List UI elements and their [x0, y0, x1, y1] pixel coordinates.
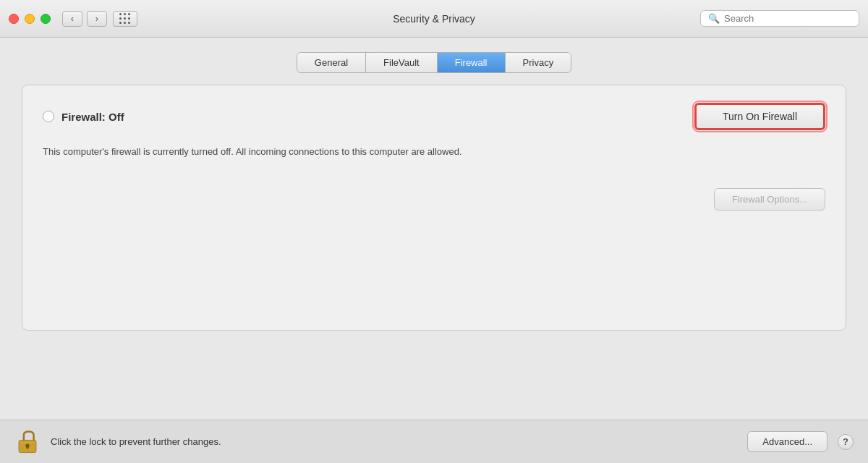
- window-title: Security & Privacy: [393, 13, 475, 25]
- app-grid-button[interactable]: [113, 11, 137, 27]
- close-button[interactable]: [9, 14, 19, 24]
- search-icon: 🔍: [708, 13, 720, 24]
- bottom-bar: Click the lock to prevent further change…: [0, 420, 868, 463]
- search-box[interactable]: 🔍: [700, 10, 859, 27]
- firewall-description: This computer's firewall is currently tu…: [43, 145, 477, 159]
- main-content: General FileVault Firewall Privacy Firew…: [0, 38, 868, 420]
- grid-icon: [119, 13, 131, 25]
- tab-general[interactable]: General: [297, 53, 366, 72]
- lock-icon[interactable]: [14, 429, 41, 455]
- turn-on-firewall-button[interactable]: Turn On Firewall: [694, 103, 825, 130]
- search-input[interactable]: [724, 13, 851, 24]
- advanced-button[interactable]: Advanced...: [747, 431, 827, 452]
- minimize-button[interactable]: [25, 14, 35, 24]
- tabs-container: General FileVault Firewall Privacy: [22, 52, 846, 73]
- traffic-lights: [9, 14, 51, 24]
- svg-rect-2: [27, 446, 29, 449]
- nav-buttons: ‹ ›: [62, 11, 107, 27]
- forward-button[interactable]: ›: [87, 11, 107, 27]
- firewall-status-radio: [43, 111, 54, 122]
- tab-privacy[interactable]: Privacy: [506, 53, 571, 72]
- firewall-options-row: Firewall Options...: [43, 188, 825, 211]
- firewall-status-row: Firewall: Off Turn On Firewall: [43, 103, 825, 130]
- svg-rect-3: [20, 441, 35, 443]
- tab-filevault[interactable]: FileVault: [366, 53, 438, 72]
- firewall-status-left: Firewall: Off: [43, 111, 124, 123]
- maximize-button[interactable]: [41, 14, 51, 24]
- firewall-status-label: Firewall: Off: [61, 111, 124, 123]
- lock-text: Click the lock to prevent further change…: [51, 436, 737, 447]
- tab-firewall[interactable]: Firewall: [438, 53, 506, 72]
- help-button[interactable]: ?: [838, 434, 854, 450]
- tabs: General FileVault Firewall Privacy: [297, 52, 571, 73]
- back-button[interactable]: ‹: [62, 11, 82, 27]
- title-bar: ‹ › Security & Privacy 🔍: [0, 0, 868, 38]
- firewall-panel: Firewall: Off Turn On Firewall This comp…: [22, 85, 846, 331]
- firewall-options-button[interactable]: Firewall Options...: [714, 188, 825, 211]
